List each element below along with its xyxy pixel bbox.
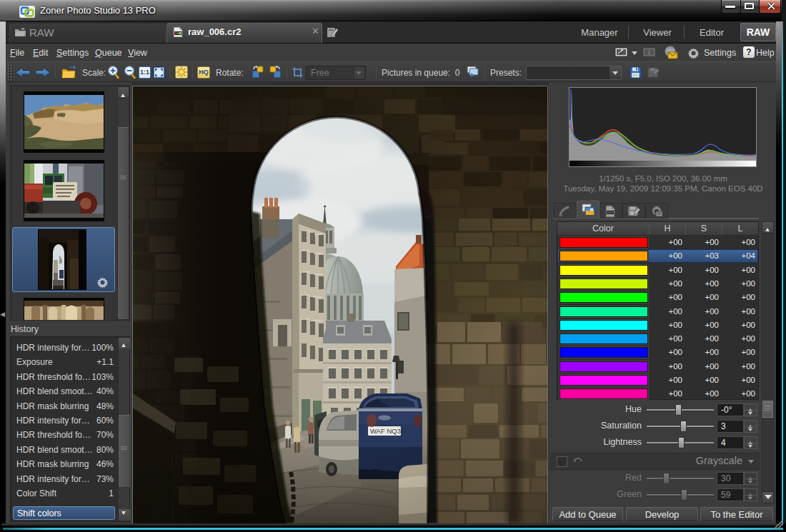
svg-text:2: 2	[648, 50, 651, 55]
